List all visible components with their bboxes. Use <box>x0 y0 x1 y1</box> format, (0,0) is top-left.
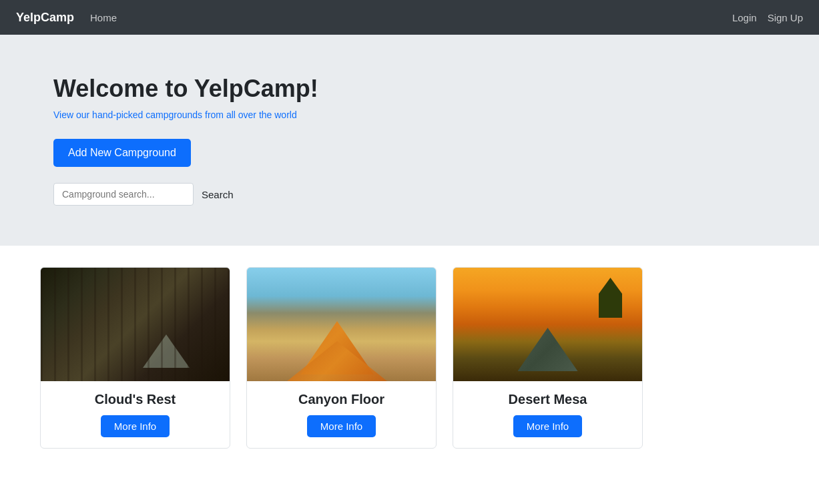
navbar-login-link[interactable]: Login <box>732 12 757 23</box>
campground-card: Cloud's RestMore Info <box>40 267 230 449</box>
add-campground-button[interactable]: Add New Campground <box>53 139 191 167</box>
search-input[interactable] <box>53 183 194 206</box>
campground-card: Desert MesaMore Info <box>453 267 643 449</box>
navbar-left: YelpCamp Home <box>16 11 117 25</box>
search-button[interactable]: Search <box>202 189 234 200</box>
hero-subtitle: View our hand-picked campgrounds from al… <box>53 109 766 120</box>
card-image <box>453 268 642 381</box>
card-title: Desert Mesa <box>509 392 587 407</box>
campground-card: Canyon FloorMore Info <box>246 267 437 449</box>
card-body: Canyon FloorMore Info <box>247 381 436 448</box>
navbar-home-link[interactable]: Home <box>90 12 117 23</box>
more-info-button[interactable]: More Info <box>307 415 376 437</box>
card-title: Canyon Floor <box>298 392 384 407</box>
card-image <box>247 268 436 381</box>
navbar-signup-link[interactable]: Sign Up <box>768 12 803 23</box>
card-body: Cloud's RestMore Info <box>41 381 230 448</box>
search-row: Search <box>53 183 766 206</box>
card-image <box>41 268 230 381</box>
card-body: Desert MesaMore Info <box>453 381 642 448</box>
hero-title: Welcome to YelpCamp! <box>53 75 766 103</box>
navbar-brand[interactable]: YelpCamp <box>16 11 74 25</box>
cards-section: Cloud's RestMore InfoCanyon FloorMore In… <box>0 246 819 470</box>
hero-section: Welcome to YelpCamp! View our hand-picke… <box>0 35 819 246</box>
navbar: YelpCamp Home Login Sign Up <box>0 0 819 35</box>
navbar-right: Login Sign Up <box>732 12 803 23</box>
card-title: Cloud's Rest <box>95 392 176 407</box>
more-info-button[interactable]: More Info <box>101 415 170 437</box>
more-info-button[interactable]: More Info <box>513 415 582 437</box>
